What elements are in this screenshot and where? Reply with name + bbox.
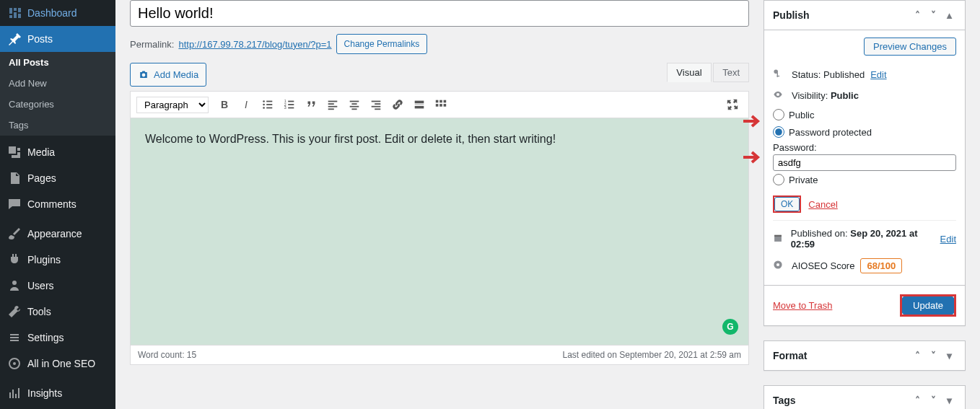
- svg-point-4: [263, 104, 265, 106]
- submenu-add-new[interactable]: Add New: [0, 73, 115, 94]
- svg-rect-34: [444, 104, 447, 107]
- dashboard-icon: [7, 6, 22, 20]
- readmore-button[interactable]: [409, 94, 429, 115]
- panel-toggle-icon[interactable]: ▾: [942, 348, 956, 363]
- tags-header[interactable]: Tags ˄˅▾: [764, 386, 965, 409]
- aioseo-score-badge: 68/100: [860, 258, 902, 273]
- panel-up-icon[interactable]: ˄: [910, 393, 924, 408]
- visibility-private-label: Private: [789, 175, 818, 185]
- menu-posts[interactable]: Posts: [0, 26, 115, 52]
- menu-users[interactable]: Users: [0, 273, 115, 299]
- settings-icon: [7, 330, 22, 345]
- grammarly-icon[interactable]: G: [722, 319, 738, 335]
- editor-column: Permalink: http://167.99.78.217/blog/tuy…: [130, 0, 749, 409]
- preview-changes-button[interactable]: Preview Changes: [864, 38, 956, 56]
- tab-visual[interactable]: Visual: [667, 63, 711, 82]
- menu-appearance[interactable]: Appearance: [0, 221, 115, 247]
- menu-pages[interactable]: Pages: [0, 165, 115, 191]
- svg-rect-17: [328, 109, 334, 110]
- svg-rect-18: [350, 101, 359, 102]
- submenu-tags[interactable]: Tags: [0, 115, 115, 136]
- visibility-text: Visibility: Public: [792, 90, 859, 101]
- toolbar-toggle-button[interactable]: [431, 94, 451, 115]
- status-edit-link[interactable]: Edit: [870, 69, 886, 80]
- post-title-input[interactable]: [130, 0, 749, 27]
- align-right-button[interactable]: [366, 94, 386, 115]
- svg-rect-20: [350, 106, 359, 107]
- svg-rect-11: [288, 104, 294, 105]
- menu-aioseo[interactable]: All in One SEO: [0, 351, 115, 377]
- add-media-button[interactable]: Add Media: [130, 63, 206, 87]
- panel-up-icon[interactable]: ˄: [910, 8, 924, 22]
- insights-icon: [7, 386, 22, 400]
- tab-text[interactable]: Text: [713, 63, 749, 82]
- panel-down-icon[interactable]: ˅: [926, 348, 940, 363]
- media-icon: [7, 145, 22, 159]
- users-icon: [7, 278, 22, 293]
- ol-button[interactable]: 123: [279, 94, 299, 115]
- update-button[interactable]: Update: [902, 296, 954, 315]
- publish-header[interactable]: Publish ˄ ˅ ▴: [764, 1, 965, 30]
- fullscreen-button[interactable]: [722, 94, 743, 115]
- submenu-categories[interactable]: Categories: [0, 94, 115, 115]
- svg-rect-13: [288, 107, 294, 109]
- published-edit-link[interactable]: Edit: [940, 234, 956, 245]
- editor-toolbar: Paragraph B I 123: [131, 92, 748, 118]
- menu-comments[interactable]: Comments: [0, 191, 115, 217]
- svg-rect-15: [328, 103, 334, 105]
- menu-label: Tools: [27, 306, 51, 317]
- menu-tools[interactable]: Tools: [0, 299, 115, 325]
- status-text: Status: Published: [792, 69, 865, 80]
- permalink-row: Permalink: http://167.99.78.217/blog/tuy…: [130, 31, 749, 63]
- panel-title: Format: [773, 350, 807, 361]
- permalink-url[interactable]: http://167.99.78.217/blog/tuyen/?p=1: [178, 39, 331, 50]
- italic-button[interactable]: I: [236, 94, 256, 115]
- add-media-label: Add Media: [154, 65, 198, 84]
- quote-button[interactable]: [301, 94, 321, 115]
- panel-up-icon[interactable]: ˄: [910, 348, 924, 363]
- panel-down-icon[interactable]: ˅: [926, 393, 940, 408]
- menu-plugins[interactable]: Plugins: [0, 247, 115, 273]
- move-to-trash-link[interactable]: Move to Trash: [773, 300, 832, 311]
- editor-content: Welcome to WordPress. This is your first…: [145, 133, 556, 145]
- menu-dashboard[interactable]: Dashboard: [0, 0, 115, 26]
- panel-toggle-icon[interactable]: ▴: [942, 8, 956, 22]
- panel-toggle-icon[interactable]: ▾: [942, 393, 956, 408]
- pin-icon: [7, 32, 22, 46]
- password-input[interactable]: [773, 154, 956, 171]
- change-permalinks-button[interactable]: Change Permalinks: [336, 34, 428, 54]
- visibility-public-label: Public: [789, 110, 814, 120]
- svg-rect-7: [266, 107, 272, 109]
- menu-label: Comments: [27, 198, 76, 210]
- svg-rect-3: [266, 101, 272, 102]
- menu-insights[interactable]: Insights: [0, 380, 115, 406]
- camera-icon: [138, 69, 149, 81]
- menu-settings[interactable]: Settings: [0, 325, 115, 351]
- svg-point-6: [263, 107, 265, 109]
- menu-label: Settings: [27, 332, 64, 343]
- editor-body[interactable]: Welcome to WordPress. This is your first…: [131, 118, 748, 345]
- bold-button[interactable]: B: [214, 94, 235, 115]
- format-select[interactable]: Paragraph: [136, 97, 209, 113]
- plugin-icon: [7, 252, 22, 267]
- svg-point-2: [263, 100, 265, 102]
- align-left-button[interactable]: [323, 94, 343, 115]
- tags-panel: Tags ˄˅▾: [764, 385, 966, 409]
- panel-down-icon[interactable]: ˅: [926, 8, 940, 22]
- visibility-private-radio[interactable]: [773, 174, 784, 185]
- submenu-all-posts[interactable]: All Posts: [0, 52, 115, 73]
- format-header[interactable]: Format ˄˅▾: [764, 341, 965, 370]
- cancel-link[interactable]: Cancel: [808, 199, 837, 210]
- gear-icon: [773, 260, 786, 272]
- visibility-public-radio[interactable]: [773, 109, 784, 120]
- menu-media[interactable]: Media: [0, 139, 115, 165]
- link-button[interactable]: [388, 94, 408, 115]
- visibility-password-radio[interactable]: [773, 126, 784, 138]
- svg-rect-33: [439, 104, 442, 107]
- align-center-button[interactable]: [344, 94, 364, 115]
- visibility-icon: [773, 89, 786, 102]
- ul-button[interactable]: [258, 94, 278, 115]
- svg-rect-31: [444, 100, 447, 103]
- svg-rect-28: [415, 106, 424, 109]
- ok-button[interactable]: OK: [774, 197, 800, 211]
